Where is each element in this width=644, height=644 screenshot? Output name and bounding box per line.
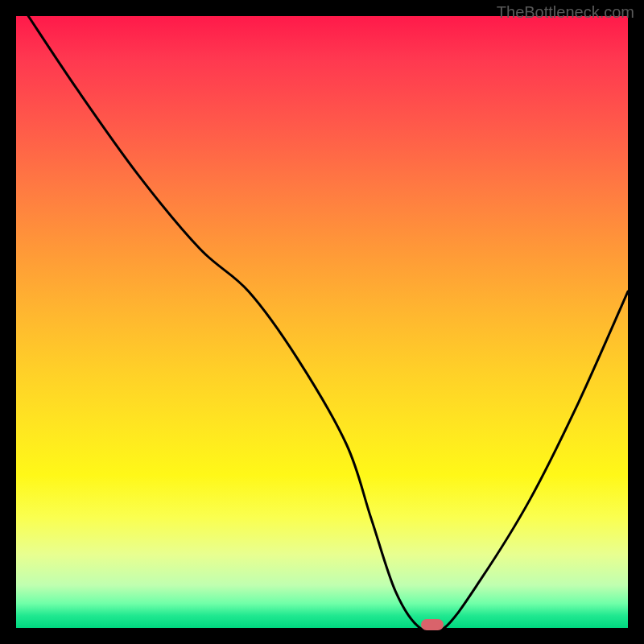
curve-svg — [16, 16, 628, 628]
watermark-text: TheBottleneck.com — [497, 3, 634, 22]
plot-area — [16, 16, 628, 628]
optimal-marker — [421, 619, 444, 630]
bottleneck-curve-path — [28, 16, 628, 628]
chart-container: TheBottleneck.com — [0, 0, 644, 644]
